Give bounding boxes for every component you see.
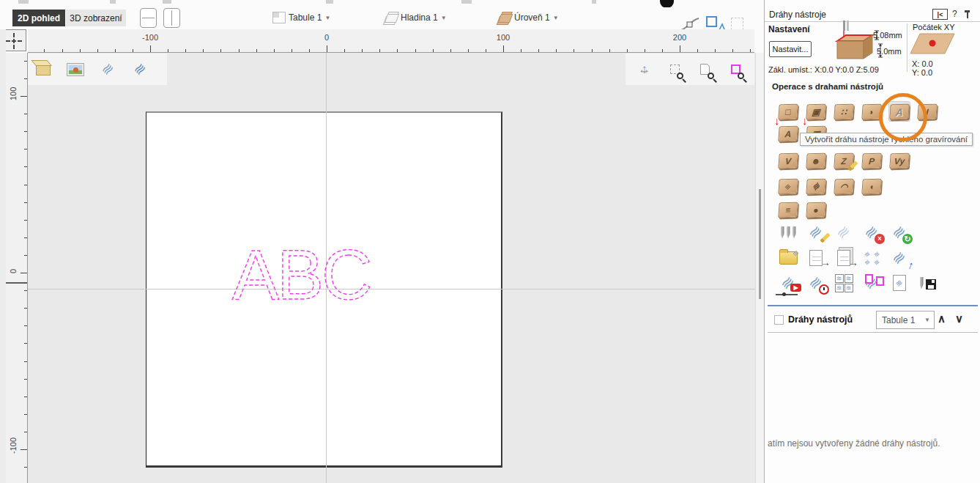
- ruler-tick: [24, 166, 27, 167]
- spiral-toolpath-icon[interactable]: ≡: [777, 199, 799, 220]
- save-all-toolpath-templates-icon[interactable]: →: [833, 248, 855, 268]
- operations-heading: Operace s drahami nástrojů: [772, 82, 883, 91]
- canvas-vertical-scrollbar[interactable]: [755, 53, 764, 483]
- horizontal-ruler: -1000100200: [28, 29, 754, 53]
- zoom-to-drawing-icon[interactable]: [695, 59, 716, 81]
- zoom-box-icon[interactable]: [665, 59, 686, 81]
- tab-3d-view[interactable]: 3D zobrazení: [66, 10, 126, 26]
- pin-panel-icon[interactable]: [964, 10, 971, 19]
- ruler-tick: [362, 49, 363, 52]
- fluting-toolpath-icon[interactable]: ≡: [777, 176, 799, 196]
- divider: [768, 332, 978, 333]
- photo-vcarve-toolpath-icon[interactable]: ☻: [805, 150, 827, 171]
- edit-toolpath-icon[interactable]: ≋: [805, 222, 827, 243]
- tile-toolpaths-icon[interactable]: ≋≋≋≋: [833, 273, 855, 293]
- dropdown-caret-icon: ▼: [553, 15, 559, 21]
- toggle-material-block-icon[interactable]: [32, 59, 54, 81]
- open-toolpath-template-icon[interactable]: ≋: [777, 248, 799, 268]
- split-vertical-button[interactable]: [163, 8, 180, 28]
- origin-heading: Počátek XY: [913, 23, 954, 32]
- preview-toolpath-icon[interactable]: ≋▶: [777, 273, 799, 293]
- snap-grid-icon-disabled[interactable]: [731, 18, 743, 30]
- green-refresh-badge-icon: ↻: [902, 234, 913, 244]
- drilling-toolpath-icon[interactable]: ∷: [833, 101, 855, 122]
- ruler-tick: [379, 49, 380, 52]
- save-toolpath-icon[interactable]: [916, 273, 938, 293]
- ruler-tick: [556, 49, 557, 52]
- ruler-tick: [538, 49, 539, 52]
- save-toolpath-template-icon[interactable]: →: [805, 248, 827, 268]
- zoom-to-selection-icon[interactable]: [726, 59, 746, 81]
- origin-x-value: X: 0.0: [912, 59, 933, 68]
- laser-cut-toolpath-icon[interactable]: A↓: [777, 123, 799, 144]
- incised-text-toolpath-icon[interactable]: I: [916, 101, 938, 122]
- texture-toolpath-icon[interactable]: ≋: [805, 176, 827, 196]
- inlay-toolpath-icon[interactable]: ◗: [861, 101, 883, 122]
- settings-heading: Nastavení: [768, 24, 810, 34]
- recalculate-toolpath-icon[interactable]: ≋↻: [888, 222, 910, 243]
- dome-toolpath-icon[interactable]: ●: [805, 199, 827, 220]
- ruler-marker: [6, 282, 28, 284]
- ruler-tick: [150, 45, 151, 52]
- ruler-tick: [24, 308, 27, 309]
- arrow-right-badge-icon: →: [820, 257, 831, 268]
- toolpath-sheet-select[interactable]: Tabule 1 ▼: [876, 311, 935, 329]
- toggle-toolpath-solid-icon[interactable]: ≋: [129, 59, 151, 81]
- blue-up-badge-icon: ↑: [906, 259, 915, 271]
- toolbar-fragment: [18, 0, 29, 4]
- ruler-tick: [97, 49, 98, 52]
- highlight-toolpaths-icon[interactable]: ≋: [861, 273, 883, 293]
- ruler-tick: [24, 237, 27, 238]
- vcarve-toolpath-icon[interactable]: V: [777, 150, 799, 171]
- collapse-panel-button[interactable]: |<: [932, 9, 948, 20]
- engraving-toolpath-icon[interactable]: Z: [833, 150, 855, 171]
- quick-engraving-toolpath-icon[interactable]: A: [888, 101, 910, 122]
- tool-database-icon[interactable]: [777, 222, 799, 243]
- selected-vector-text[interactable]: ABC: [28, 53, 755, 483]
- toolpath-list-heading: Dráhy nástrojů: [788, 314, 853, 325]
- help-button[interactable]: ?: [952, 9, 957, 19]
- delete-toolpath-icon[interactable]: ≋×: [861, 222, 883, 243]
- ruler-tick: [415, 49, 416, 52]
- material-setup-button[interactable]: Nastavit...: [769, 41, 812, 57]
- layer-dropdown[interactable]: Hladina 1 ▼: [385, 10, 447, 26]
- toolpath-summary-icon[interactable]: ≋: [888, 273, 910, 293]
- red-x-badge-icon: ×: [875, 234, 885, 244]
- move-toolpath-up-icon[interactable]: ≋↑: [888, 248, 910, 268]
- ruler-tick: [24, 414, 27, 415]
- 2d-design-canvas[interactable]: ABC ≋ ≋ ↔↕: [28, 53, 755, 483]
- toolbar-fragment: [110, 0, 116, 4]
- vector-text-abc[interactable]: ABC: [232, 235, 370, 314]
- ruler-label: 100: [9, 89, 18, 100]
- estimate-machining-time-icon[interactable]: ≋: [805, 273, 827, 293]
- merge-toolpaths-icon[interactable]: ≋≋≋≋: [861, 248, 883, 268]
- ruler-tick: [239, 49, 240, 52]
- ruler-tick: [24, 61, 27, 62]
- red-arrow-badge-icon: ↓: [774, 115, 780, 126]
- tab-2d-view[interactable]: 2D pohled: [12, 10, 65, 26]
- duplicate-toolpath-icon[interactable]: ≋: [833, 222, 855, 243]
- ruler-tick: [645, 49, 645, 52]
- vcarve-texture-toolpath-icon[interactable]: Vy: [888, 150, 910, 171]
- ruler-label: -100: [140, 33, 160, 42]
- ruler-tick: [21, 96, 27, 97]
- move-up-button[interactable]: ∧: [938, 312, 946, 325]
- profile-toolpath-icon[interactable]: □: [777, 101, 799, 122]
- moulding-toolpath-icon[interactable]: ◠: [833, 176, 855, 196]
- toggle-bitmap-icon[interactable]: [64, 59, 86, 81]
- move-down-button[interactable]: ∨: [955, 312, 963, 325]
- toolbar-fragment: [326, 0, 333, 4]
- split-horizontal-button[interactable]: [140, 8, 157, 28]
- scrollbar-thumb[interactable]: [759, 189, 761, 299]
- pan-tool-icon[interactable]: ↔↕: [634, 59, 655, 81]
- toggle-toolpath-drawing-icon[interactable]: ≋: [97, 59, 119, 81]
- play-badge-icon: ▶: [790, 284, 801, 292]
- ruler-tick: [503, 45, 504, 52]
- sheet-dropdown[interactable]: Tabule 1 ▼: [272, 10, 330, 26]
- rounding-toolpath-icon[interactable]: ◖: [861, 176, 883, 196]
- prism-carve-toolpath-icon[interactable]: P: [861, 150, 883, 171]
- level-dropdown[interactable]: Úroveň 1 ▼: [498, 10, 559, 26]
- ruler-label: 0: [9, 265, 18, 277]
- toolpaths-visibility-checkbox[interactable]: [774, 315, 784, 325]
- pocket-toolpath-icon[interactable]: ▣: [805, 101, 827, 122]
